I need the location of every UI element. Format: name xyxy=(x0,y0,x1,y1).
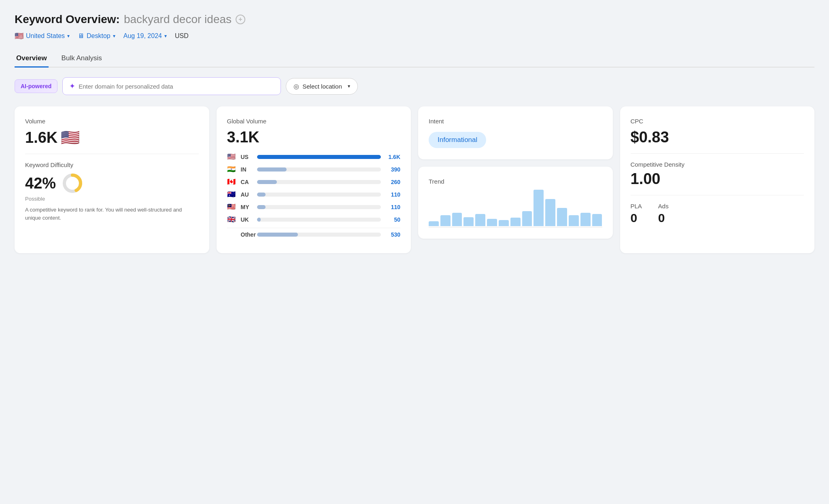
gv-divider xyxy=(227,228,401,228)
tabs: Overview Bulk Analysis xyxy=(15,50,814,68)
filter-bar: 🇺🇸 United States ▾ 🖥 Desktop ▾ Aug 19, 2… xyxy=(15,32,814,40)
tab-overview[interactable]: Overview xyxy=(15,50,49,68)
ai-badge: AI-powered xyxy=(15,79,57,93)
bar-ca xyxy=(257,180,277,184)
date-chevron-icon: ▾ xyxy=(164,33,167,39)
gv-other-row: Other 530 xyxy=(227,231,401,238)
code-ca: CA xyxy=(241,179,252,185)
gv-value: 3.1K xyxy=(227,129,401,146)
code-my: MY xyxy=(241,204,252,210)
flag-ca: 🇨🇦 xyxy=(227,178,238,186)
kd-label: Keyword Difficulty xyxy=(25,161,199,168)
gv-row-us: 🇺🇸 US 1.6K xyxy=(227,152,401,161)
gv-row-uk: 🇬🇧 UK 50 xyxy=(227,215,401,224)
donut-chart xyxy=(62,172,83,194)
location-icon: ◎ xyxy=(293,83,299,90)
add-keyword-icon[interactable]: + xyxy=(236,15,245,24)
volume-label: Volume xyxy=(25,118,199,125)
bar-au xyxy=(257,193,266,197)
location-label: Select location xyxy=(302,83,342,90)
card-trend: Trend xyxy=(418,167,613,239)
trend-bar-1 xyxy=(440,215,451,226)
pla-label: PLA xyxy=(631,203,642,210)
country-flag: 🇺🇸 xyxy=(15,32,23,40)
pla-value: 0 xyxy=(631,211,642,225)
trend-bar-8 xyxy=(522,211,532,227)
code-in: IN xyxy=(241,166,252,173)
card-divider-2 xyxy=(631,153,804,154)
bar-uk xyxy=(257,218,261,222)
other-bar xyxy=(257,233,298,237)
trend-axis xyxy=(429,227,602,227)
volume-value: 1.6K 🇺🇸 xyxy=(25,129,199,146)
trend-bar-13 xyxy=(580,213,591,226)
trend-label: Trend xyxy=(429,178,602,185)
trend-bar-2 xyxy=(452,213,462,226)
pla-item: PLA 0 xyxy=(631,203,642,225)
trend-bars xyxy=(429,190,602,226)
trend-bar-6 xyxy=(499,220,509,226)
kd-value: 42% xyxy=(25,175,56,192)
ai-bar: AI-powered ✦ ◎ Select location ▾ xyxy=(15,77,814,95)
bar-wrap-in xyxy=(257,167,381,172)
other-num: 530 xyxy=(386,231,400,238)
bar-wrap-us xyxy=(257,155,381,159)
bar-us xyxy=(257,155,381,159)
tab-section: Overview Bulk Analysis xyxy=(15,50,814,68)
location-chevron-icon: ▾ xyxy=(348,83,350,89)
cpc-label: CPC xyxy=(631,118,804,125)
num-my: 110 xyxy=(386,204,400,210)
page-header: Keyword Overview: backyard decor ideas +… xyxy=(15,13,814,40)
bar-wrap-ca xyxy=(257,180,381,184)
flag-my: 🇲🇾 xyxy=(227,203,238,211)
flag-us: 🇺🇸 xyxy=(227,152,238,161)
kd-possible: Possible xyxy=(25,196,199,202)
trend-bar-5 xyxy=(487,219,497,226)
country-filter[interactable]: 🇺🇸 United States ▾ xyxy=(15,32,70,40)
trend-bar-11 xyxy=(557,208,567,226)
card-divider-3 xyxy=(631,195,804,195)
gv-row-au: 🇦🇺 AU 110 xyxy=(227,190,401,199)
gv-row-my: 🇲🇾 MY 110 xyxy=(227,203,401,211)
num-ca: 260 xyxy=(386,179,400,185)
date-label: Aug 19, 2024 xyxy=(123,32,162,40)
device-icon: 🖥 xyxy=(78,32,84,40)
card-global-volume: Global Volume 3.1K 🇺🇸 US 1.6K 🇮🇳 IN 390 … xyxy=(217,106,411,253)
country-label: United States xyxy=(26,32,65,40)
trend-bar-7 xyxy=(510,218,521,226)
sparkle-icon: ✦ xyxy=(69,82,75,91)
pla-ads-row: PLA 0 Ads 0 xyxy=(631,203,804,225)
intent-badge: Informational xyxy=(429,132,486,148)
cpc-value: $0.83 xyxy=(631,129,804,146)
tab-bulk-analysis[interactable]: Bulk Analysis xyxy=(60,50,104,68)
date-filter[interactable]: Aug 19, 2024 ▾ xyxy=(123,32,167,40)
trend-bar-0 xyxy=(429,221,439,226)
currency-label: USD xyxy=(175,32,189,40)
page-title: Keyword Overview: backyard decor ideas + xyxy=(15,13,814,26)
trend-bar-3 xyxy=(463,217,474,227)
trend-bar-14 xyxy=(592,214,602,226)
trend-bar-12 xyxy=(569,215,579,226)
bar-in xyxy=(257,167,287,172)
gv-rows: 🇺🇸 US 1.6K 🇮🇳 IN 390 🇨🇦 CA 260 🇦🇺 AU xyxy=(227,152,401,224)
domain-input-wrap[interactable]: ✦ xyxy=(62,77,281,95)
device-label: Desktop xyxy=(87,32,111,40)
location-select[interactable]: ◎ Select location ▾ xyxy=(286,78,358,95)
num-au: 110 xyxy=(386,191,400,198)
device-chevron-icon: ▾ xyxy=(113,33,115,39)
ads-label: Ads xyxy=(658,203,669,210)
gv-row-in: 🇮🇳 IN 390 xyxy=(227,165,401,174)
device-filter[interactable]: 🖥 Desktop ▾ xyxy=(78,32,115,40)
trend-bar-4 xyxy=(475,214,485,226)
gv-row-ca: 🇨🇦 CA 260 xyxy=(227,178,401,186)
cd-value: 1.00 xyxy=(631,170,804,188)
domain-input[interactable] xyxy=(79,83,274,90)
num-us: 1.6K xyxy=(386,154,400,160)
card-divider-1 xyxy=(25,154,199,154)
title-keyword: backyard decor ideas xyxy=(124,13,232,26)
cd-label: Competitive Density xyxy=(631,161,804,168)
volume-flag: 🇺🇸 xyxy=(61,129,80,146)
bar-wrap-uk xyxy=(257,218,381,222)
other-bar-wrap xyxy=(257,233,381,237)
code-us: US xyxy=(241,154,252,160)
